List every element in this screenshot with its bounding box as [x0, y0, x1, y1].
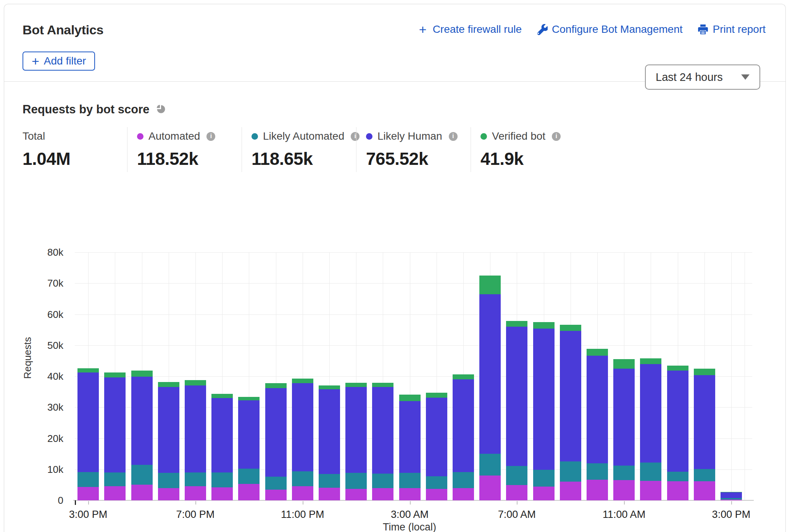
bar-9-00-am[interactable] [560, 325, 581, 500]
bar-segment-likely-automated[interactable] [533, 470, 555, 487]
bar-segment-likely-automated[interactable] [399, 473, 421, 488]
bar-segment-likely-automated[interactable] [238, 469, 260, 484]
bar-segment-verified-bot[interactable] [506, 321, 527, 327]
bar-2-00-pm[interactable] [694, 369, 715, 500]
bar-segment-automated[interactable] [560, 482, 581, 500]
bar-segment-verified-bot[interactable] [667, 366, 688, 371]
bar-segment-automated[interactable] [399, 488, 421, 500]
bar-segment-automated[interactable] [77, 487, 99, 500]
bar-segment-likely-automated[interactable] [613, 466, 635, 480]
action-create-firewall-rule[interactable]: +Create firewall rule [417, 23, 522, 35]
bar-segment-likely-human[interactable] [560, 331, 581, 461]
bar-segment-likely-automated[interactable] [185, 472, 206, 487]
bar-5-00-pm[interactable] [131, 371, 153, 500]
bar-segment-likely-human[interactable] [399, 401, 421, 473]
bar-segment-likely-automated[interactable] [158, 473, 179, 488]
bar-segment-likely-human[interactable] [185, 385, 206, 472]
bar-segment-automated[interactable] [372, 488, 393, 500]
bar-segment-likely-human[interactable] [104, 377, 126, 472]
bar-segment-verified-bot[interactable] [694, 369, 715, 375]
info-icon[interactable]: i [206, 132, 215, 141]
bar-segment-verified-bot[interactable] [560, 325, 581, 331]
bar-segment-verified-bot[interactable] [265, 383, 287, 388]
bar-segment-verified-bot[interactable] [238, 397, 260, 400]
bar-7-00-pm[interactable] [185, 380, 206, 500]
bar-segment-likely-human[interactable] [211, 398, 233, 472]
bar-segment-automated[interactable] [345, 489, 367, 500]
bar-segment-likely-automated[interactable] [211, 472, 233, 487]
bar-segment-likely-automated[interactable] [667, 472, 688, 481]
bar-segment-verified-bot[interactable] [104, 372, 126, 377]
bar-segment-likely-human[interactable] [265, 388, 287, 477]
bar-segment-automated[interactable] [238, 484, 260, 500]
time-range-select[interactable]: Last 24 hours [645, 64, 760, 90]
bar-segment-likely-human[interactable] [238, 400, 260, 469]
bar-segment-likely-automated[interactable] [453, 472, 474, 488]
bar-segment-verified-bot[interactable] [77, 368, 99, 372]
bar-segment-verified-bot[interactable] [640, 358, 661, 364]
bar-segment-likely-automated[interactable] [506, 466, 527, 485]
bar-segment-likely-human[interactable] [721, 492, 742, 498]
bar-5-00-am[interactable] [453, 374, 474, 500]
bar-4-00-pm[interactable] [104, 372, 126, 500]
bar-segment-likely-automated[interactable] [345, 473, 367, 489]
bar-segment-likely-automated[interactable] [694, 469, 715, 482]
bar-segment-automated[interactable] [667, 481, 688, 500]
bar-segment-automated[interactable] [721, 500, 742, 500]
bar-segment-likely-human[interactable] [587, 356, 608, 464]
bar-segment-likely-automated[interactable] [560, 461, 581, 482]
bar-segment-likely-automated[interactable] [587, 463, 608, 480]
bar-segment-likely-human[interactable] [694, 375, 715, 469]
bar-6-00-pm[interactable] [158, 382, 179, 500]
bar-segment-verified-bot[interactable] [613, 359, 635, 368]
bar-1-00-am[interactable] [345, 383, 367, 500]
bar-3-00-am[interactable] [399, 395, 421, 500]
bar-segment-verified-bot[interactable] [131, 371, 153, 377]
bar-11-00-am[interactable] [613, 359, 635, 500]
bar-1-00-pm[interactable] [667, 366, 688, 500]
bar-4-00-am[interactable] [426, 393, 447, 500]
bar-segment-likely-automated[interactable] [104, 472, 126, 487]
bar-segment-automated[interactable] [479, 476, 501, 500]
bar-segment-likely-human[interactable] [613, 369, 635, 466]
bar-10-00-am[interactable] [587, 349, 608, 500]
bar-2-00-am[interactable] [372, 383, 393, 500]
bar-segment-likely-human[interactable] [77, 372, 99, 472]
bar-segment-likely-human[interactable] [453, 379, 474, 472]
bar-segment-automated[interactable] [211, 487, 233, 500]
bar-segment-verified-bot[interactable] [426, 393, 447, 398]
bar-segment-verified-bot[interactable] [211, 394, 233, 398]
bar-segment-likely-human[interactable] [158, 387, 179, 473]
bar-segment-verified-bot[interactable] [345, 383, 367, 387]
bar-segment-automated[interactable] [185, 486, 206, 500]
bar-segment-likely-automated[interactable] [372, 474, 393, 488]
bar-segment-verified-bot[interactable] [372, 383, 393, 387]
bar-segment-likely-automated[interactable] [426, 476, 447, 489]
bar-segment-likely-human[interactable] [640, 364, 661, 463]
bar-8-00-pm[interactable] [211, 394, 233, 500]
bar-segment-verified-bot[interactable] [319, 385, 340, 390]
bar-segment-likely-human[interactable] [372, 387, 393, 474]
bar-11-00-pm[interactable] [292, 379, 313, 500]
bar-segment-automated[interactable] [506, 485, 527, 500]
bar-segment-likely-automated[interactable] [319, 474, 340, 488]
bar-segment-verified-bot[interactable] [453, 374, 474, 379]
bar-segment-verified-bot[interactable] [399, 395, 421, 401]
bar-segment-automated[interactable] [131, 485, 153, 500]
info-icon[interactable]: i [351, 132, 360, 141]
action-configure-bot-management[interactable]: Configure Bot Management [536, 23, 682, 35]
bar-segment-automated[interactable] [587, 480, 608, 500]
bar-segment-automated[interactable] [265, 490, 287, 500]
action-print-report[interactable]: Print report [697, 23, 766, 35]
bar-8-00-am[interactable] [533, 322, 555, 500]
bar-segment-automated[interactable] [640, 481, 661, 500]
bar-segment-verified-bot[interactable] [479, 276, 501, 294]
bar-segment-likely-automated[interactable] [77, 472, 99, 487]
bar-segment-likely-human[interactable] [345, 387, 367, 473]
bar-segment-likely-human[interactable] [131, 377, 153, 465]
info-icon[interactable]: i [449, 132, 458, 141]
bar-segment-verified-bot[interactable] [158, 382, 179, 387]
bar-segment-likely-human[interactable] [292, 383, 313, 472]
bar-segment-likely-human[interactable] [426, 398, 447, 476]
bar-segment-verified-bot[interactable] [185, 380, 206, 385]
